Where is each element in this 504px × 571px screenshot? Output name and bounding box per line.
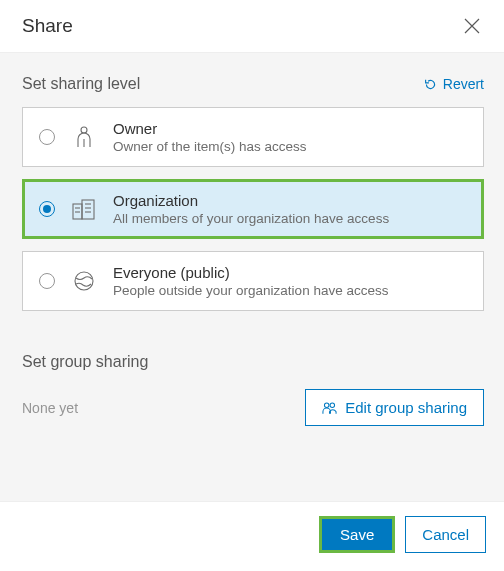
group-sharing-row: None yet Edit group sharing <box>22 389 484 426</box>
sharing-level-header: Set sharing level Revert <box>22 75 484 93</box>
sharing-option-owner[interactable]: Owner Owner of the item(s) has access <box>22 107 484 167</box>
sharing-option-organization[interactable]: Organization All members of your organiz… <box>22 179 484 239</box>
edit-group-sharing-button[interactable]: Edit group sharing <box>305 389 484 426</box>
dialog-title: Share <box>22 15 73 37</box>
everyone-text: Everyone (public) People outside your or… <box>113 264 388 298</box>
revert-button[interactable]: Revert <box>424 76 484 92</box>
owner-title: Owner <box>113 120 307 137</box>
radio-owner[interactable] <box>39 129 55 145</box>
share-dialog: Share Set sharing level Revert <box>0 0 504 571</box>
organization-text: Organization All members of your organiz… <box>113 192 389 226</box>
cancel-button[interactable]: Cancel <box>405 516 486 553</box>
owner-icon <box>71 124 97 150</box>
svg-point-0 <box>81 127 87 133</box>
sharing-option-everyone[interactable]: Everyone (public) People outside your or… <box>22 251 484 311</box>
owner-text: Owner Owner of the item(s) has access <box>113 120 307 154</box>
dialog-header: Share <box>0 0 504 52</box>
dialog-body: Set sharing level Revert Owner Ow <box>0 52 504 502</box>
group-icon <box>322 401 337 415</box>
close-button[interactable] <box>458 12 486 40</box>
svg-point-9 <box>75 272 93 290</box>
everyone-title: Everyone (public) <box>113 264 388 281</box>
svg-point-10 <box>325 402 330 407</box>
close-icon <box>463 17 481 35</box>
revert-icon <box>424 78 437 91</box>
dialog-footer: Save Cancel <box>0 502 504 571</box>
svg-rect-3 <box>82 200 94 219</box>
everyone-desc: People outside your organization have ac… <box>113 283 388 298</box>
organization-desc: All members of your organization have ac… <box>113 211 389 226</box>
radio-organization[interactable] <box>39 201 55 217</box>
sharing-level-label: Set sharing level <box>22 75 140 93</box>
revert-label: Revert <box>443 76 484 92</box>
owner-desc: Owner of the item(s) has access <box>113 139 307 154</box>
group-sharing-status: None yet <box>22 400 78 416</box>
edit-group-sharing-label: Edit group sharing <box>345 399 467 416</box>
svg-point-11 <box>330 402 335 407</box>
save-button[interactable]: Save <box>319 516 395 553</box>
organization-title: Organization <box>113 192 389 209</box>
organization-icon <box>71 196 97 222</box>
group-sharing-label: Set group sharing <box>22 353 484 371</box>
globe-icon <box>71 268 97 294</box>
sharing-options: Owner Owner of the item(s) has access Or… <box>22 107 484 311</box>
radio-everyone[interactable] <box>39 273 55 289</box>
